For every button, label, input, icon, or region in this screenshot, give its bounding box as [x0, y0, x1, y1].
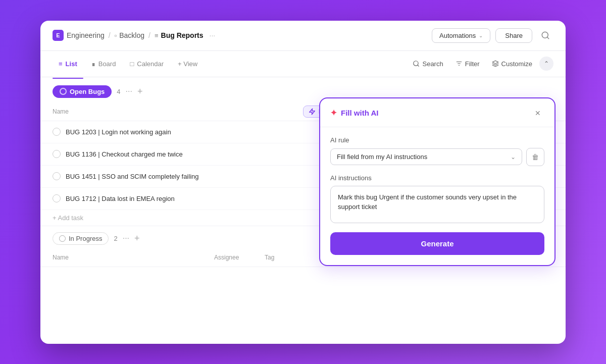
breadcrumb-bug-reports[interactable]: ≡ Bug Reports [155, 31, 204, 39]
search-toolbar-label: Search [422, 60, 443, 68]
ai-panel-title: ✦ Fill with AI [330, 108, 378, 118]
in-progress-badge-label: In Progress [69, 235, 102, 242]
open-bugs-more-button[interactable]: ··· [126, 87, 132, 96]
in-progress-badge[interactable]: In Progress [53, 232, 109, 245]
workspace-icon: E [53, 30, 64, 41]
bottom-col-assignee: Assignee [214, 254, 265, 261]
task-status-icon [53, 150, 61, 158]
ai-close-button[interactable]: ✕ [531, 107, 544, 120]
breadcrumb-backlog-label: Backlog [119, 31, 144, 39]
ai-panel: ✦ Fill with AI ✕ AI rule Fill field from… [319, 97, 556, 266]
list-icon: ≡ [155, 32, 159, 39]
in-progress-add-button[interactable]: + [134, 233, 140, 244]
automations-label: Automations [439, 32, 476, 39]
search-toolbar-button[interactable]: Search [408, 57, 448, 71]
ai-rule-chevron-icon: ⌄ [511, 153, 516, 161]
ai-rule-label: AI rule [330, 136, 544, 144]
breadcrumb-sep-1: / [109, 31, 111, 39]
ai-instructions-box[interactable]: Mark this bug Urgent if the customer sou… [330, 186, 544, 223]
header: E Engineering / ▫ Backlog / ≡ Bug Report… [40, 21, 566, 51]
delete-icon: 🗑 [532, 153, 539, 161]
breadcrumb-bug-reports-label: Bug Reports [161, 31, 204, 39]
breadcrumb-engineering[interactable]: Engineering [67, 31, 105, 39]
ai-rule-select[interactable]: Fill field from my AI instructions ⌄ [330, 148, 522, 165]
calendar-tab-icon: □ [130, 60, 134, 68]
generate-button[interactable]: Generate [330, 232, 544, 255]
filter-toolbar-button[interactable]: Filter [450, 57, 485, 71]
collapse-button[interactable]: ⌃ [539, 57, 553, 71]
board-tab-icon: ∎ [91, 60, 95, 68]
bottom-col-tag: Tag [265, 254, 305, 261]
breadcrumb-sep-2: / [148, 31, 150, 39]
task-status-icon [53, 128, 61, 136]
ai-panel-title-label: Fill with AI [341, 109, 378, 117]
open-bugs-count: 4 [117, 88, 120, 95]
automations-chevron-icon: ⌄ [479, 33, 483, 38]
app-window: E Engineering / ▫ Backlog / ≡ Bug Report… [40, 21, 566, 344]
open-bugs-circle-icon [60, 88, 67, 95]
add-view-button[interactable]: + View [172, 56, 204, 72]
search-icon[interactable] [537, 27, 553, 43]
filter-toolbar-label: Filter [465, 60, 480, 68]
breadcrumb-backlog[interactable]: ▫ Backlog [115, 31, 144, 39]
open-bugs-add-button[interactable]: + [137, 86, 143, 97]
tab-list-label: List [66, 60, 77, 68]
header-more-button[interactable]: ··· [210, 31, 216, 39]
in-progress-count: 2 [114, 235, 117, 242]
breadcrumb-engineering-label: Engineering [67, 31, 105, 39]
bottom-col-name: Name [53, 254, 214, 261]
col-name-header: Name [53, 108, 244, 115]
tab-list[interactable]: ≡ List [53, 56, 83, 72]
ai-delete-button[interactable]: 🗑 [526, 148, 544, 166]
ai-rule-row: Fill field from my AI instructions ⌄ 🗑 [330, 148, 544, 166]
tab-bar-right: Search Filter Customize ⌃ [408, 57, 553, 71]
tab-calendar[interactable]: □ Calendar [124, 56, 170, 72]
customize-toolbar-label: Customize [501, 60, 532, 68]
tab-calendar-label: Calendar [137, 60, 164, 68]
folder-icon: ▫ [115, 32, 117, 39]
tab-bar: ≡ List ∎ Board □ Calendar + View Search … [40, 51, 566, 77]
open-bugs-badge[interactable]: Open Bugs [53, 85, 112, 98]
list-tab-icon: ≡ [59, 60, 63, 68]
breadcrumb: E Engineering / ▫ Backlog / ≡ Bug Report… [53, 30, 215, 41]
in-progress-circle-icon [59, 235, 66, 242]
ai-panel-header: ✦ Fill with AI ✕ [320, 98, 554, 127]
ai-instructions-label: AI instructions [330, 174, 544, 182]
svg-line-3 [418, 65, 419, 67]
in-progress-more-button[interactable]: ··· [123, 234, 129, 243]
share-button[interactable]: Share [495, 28, 532, 43]
customize-toolbar-button[interactable]: Customize [487, 57, 537, 71]
automations-button[interactable]: Automations ⌄ [432, 28, 490, 43]
open-bugs-badge-label: Open Bugs [70, 88, 105, 95]
tab-board-label: Board [98, 60, 116, 68]
main-content: Open Bugs 4 ··· + Name Bug Priority ⇅ ⊕ [40, 77, 566, 344]
tab-bar-left: ≡ List ∎ Board □ Calendar + View [53, 56, 204, 72]
task-status-icon [53, 194, 61, 202]
svg-line-1 [547, 37, 548, 38]
task-status-icon [53, 172, 61, 180]
ai-rule-selected-option: Fill field from my AI instructions [337, 153, 427, 161]
tab-board[interactable]: ∎ Board [85, 56, 122, 72]
header-right: Automations ⌄ Share [432, 27, 553, 43]
ai-panel-body: AI rule Fill field from my AI instructio… [320, 127, 554, 232]
sparkle-icon: ✦ [330, 108, 337, 118]
